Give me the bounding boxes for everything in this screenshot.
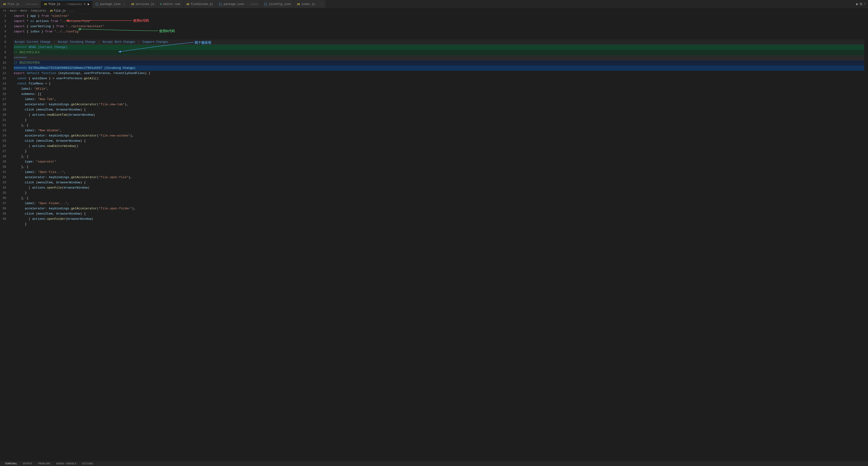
tab-package-json[interactable]: {} package.json ./ [92,0,128,8]
accept-both-changes[interactable]: Accept Both Changes [103,39,135,45]
code-line: label: 'Open File...', [14,170,864,175]
code-line: export default function (keybindings, us… [14,71,864,76]
code-content: 使用A代码 使用B代码 两个都采用 import { app } from 'e… [10,13,868,227]
code-line: import { isOsx } from '../../config' [14,29,864,34]
tab-file-actions[interactable]: JS file.js .../actions [0,0,41,8]
panel-tab-problems[interactable]: PROBLEMS [35,461,53,466]
code-line: import { app } from 'electron' [14,13,864,19]
panel-tab-terminal[interactable]: TERMINAL [2,461,20,466]
js-crumb-icon: JS [50,9,53,12]
json-icon: {} [219,3,222,6]
tab-modified-indicator: M [84,3,86,6]
editor: 1234567891011121314151617181920212223242… [0,13,868,461]
conflict-bar: Accept Current Change | Accept Incoming … [14,39,864,45]
tab-sublabel: .../ [316,3,323,6]
crumb-rc[interactable]: rc [3,9,6,12]
code-line: click (menuItem, browserWindow) { [14,180,864,185]
tab-file-templates[interactable]: JS file.js .../templates M ● [41,0,92,8]
code-line: accelerator: keybindings.getAccelerator(… [14,133,864,138]
code-line: type: 'separator' [14,159,864,164]
tab-sublabel: .../templates [62,3,82,6]
code-line: click (menuItem, browserWindow) { [14,211,864,217]
breadcrumb: rc › main › menu › templates › JS file.j… [0,8,868,13]
panel-tab-gitlens[interactable]: GITLENS [79,461,96,466]
code-line: import { userSetting } from '../actions/… [14,24,864,29]
crumb-main[interactable]: main [10,9,17,12]
run-icon[interactable]: ▶ [856,2,859,6]
vue-icon: V [160,3,162,6]
tab-label: editor.vue [163,3,180,6]
code-line: label: '&File', [14,86,864,92]
crumb-ellipsis[interactable]: ... [69,9,74,12]
tab-sublabel: .../actions [21,3,38,6]
code-line: click (menuItem, browserWindow) { [14,107,864,112]
code-line: ======= [14,55,864,60]
code-line: label: 'Open Folder...', [14,201,864,206]
tab-jsconfig[interactable]: {} jsconfig.json [261,0,294,8]
code-line: } [14,222,864,227]
tab-label: index.js [302,3,315,6]
tab-services[interactable]: JS services.js [128,0,157,8]
tab-bar-actions: ▶ ⧉ ↑ [854,0,868,8]
code-line: | actions.newEditorWindow() [14,143,864,149]
code-line: label: 'New Tab', [14,97,864,102]
code-line: const { autoSave } = userPreference.getA… [14,76,864,81]
code-line: const fileMenu = { [14,81,864,86]
tab-bar: JS file.js .../actions JS file.js .../te… [0,0,868,8]
js-icon: JS [186,3,189,6]
code-line: <<<<<<< HEAD (Current Change) [14,45,864,50]
code-line: } [14,149,864,154]
accept-current-change[interactable]: Accept Current Change [15,39,51,45]
code-line: } [14,191,864,196]
tab-editor-vue[interactable]: V editor.vue [157,0,184,8]
panel-tab-debug[interactable]: DEBUG CONSOLE [53,461,79,466]
code-line: // 测试代码冲突B [14,60,864,66]
tab-label: file.js [7,3,19,6]
tab-label: jsconfig.json [269,3,291,6]
code-line: submenu: [{ [14,92,864,97]
compare-changes[interactable]: Compare Changes [143,39,168,45]
crumb-filejs[interactable]: file.js [54,9,66,12]
panel-tabs: TERMINAL OUTPUT PROBLEMS DEBUG CONSOLE G… [0,461,868,466]
tab-sublabel: ./ [122,3,125,6]
code-line: accelerator: keybindings.getAccelerator(… [14,102,864,107]
code-line [14,34,864,39]
tab-label: file.js [48,3,60,6]
code-area[interactable]: 使用A代码 使用B代码 两个都采用 import { app } from 'e… [10,13,868,461]
code-line: | actions.openFile(browserWindow) [14,185,864,191]
json-icon: {} [264,3,267,6]
collapse-icon[interactable]: ↑ [864,2,866,6]
line-numbers: 1234567891011121314151617181920212223242… [0,13,10,461]
code-line: import * as actions from '../actions/fil… [14,19,864,24]
code-line: }, { [14,164,864,170]
code-line: }, { [14,196,864,201]
js-icon: JS [297,3,300,6]
code-line: label: 'New Window', [14,128,864,133]
tab-label: package.json [100,3,121,6]
tab-package-core[interactable]: {} package.json .../core [216,0,261,8]
code-line: accelerator: keybindings.getAccelerator(… [14,175,864,180]
tab-sublabel: .../core [246,3,258,6]
tab-label: fileSystem.js [191,3,213,6]
panel-tab-output[interactable]: OUTPUT [20,461,35,466]
tab-index[interactable]: JS index.js .../ [294,0,326,8]
code-line: accelerator: keybindings.getAccelerator(… [14,206,864,211]
code-line: }, { [14,154,864,159]
tab-label: package.json [223,3,244,6]
accept-incoming-change[interactable]: Accept Incoming Change [58,39,95,45]
tab-dirty-dot: ● [87,2,89,6]
code-line: }, { [14,123,864,128]
crumb-templates[interactable]: templates [31,9,46,12]
tab-label: services.js [135,3,154,6]
code-line: | actions.newBlankTab(browserWindow) [14,112,864,118]
code-line: >>>>>>> 61705a30ee275232b59803223d9ebc27… [14,66,864,71]
js-icon: JS [131,3,134,6]
code-line: // 测试冲突分支A [14,50,864,55]
tab-filesystem[interactable]: JS fileSystem.js [183,0,216,8]
code-line: click (menuItem, browserWindow) { [14,138,864,143]
crumb-menu[interactable]: menu [20,9,27,12]
split-icon[interactable]: ⧉ [860,2,862,6]
js-icon: JS [3,3,6,6]
code-line: } [14,118,864,123]
code-line: | actions.openFolder(browserWindow) [14,217,864,222]
